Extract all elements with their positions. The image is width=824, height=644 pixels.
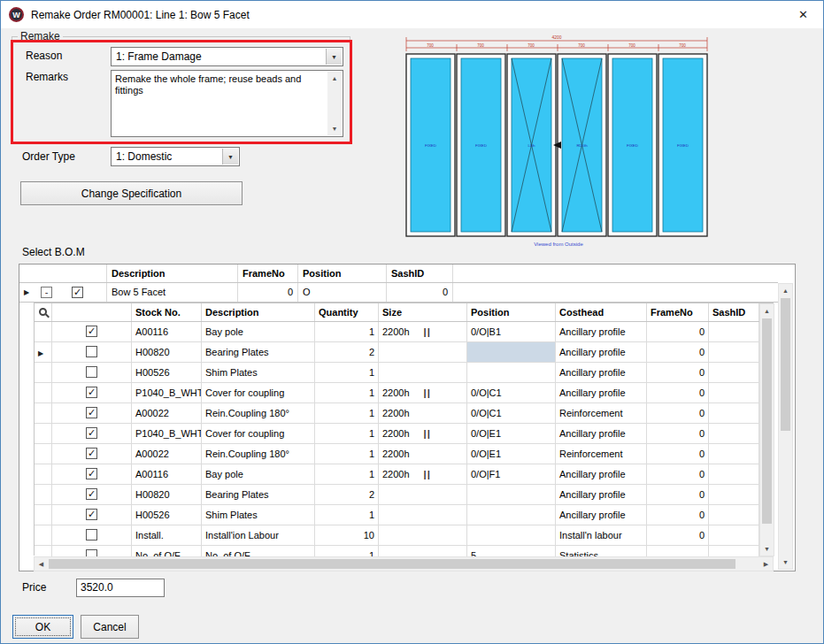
scrollbar-thumb[interactable] [781, 298, 790, 431]
window-panel: FIXED [608, 54, 657, 236]
cell-stock-no: Install. [132, 525, 202, 546]
col-header-frameno[interactable]: FrameNo [238, 264, 298, 282]
scroll-down-icon[interactable]: ▼ [760, 542, 774, 556]
remarks-scrollbar[interactable]: ▲ ▼ [327, 72, 342, 135]
price-input[interactable]: 3520.0 [76, 579, 165, 597]
bom-row[interactable]: Install.Install'ion Labour10Install'n la… [35, 525, 759, 546]
row-checkbox[interactable]: ✓ [86, 427, 97, 439]
cell-description: Shim Plates [202, 363, 315, 383]
scroll-right-icon[interactable]: ▶ [759, 557, 773, 571]
bom-grid: Description FrameNo Position SashID ▶ - … [19, 264, 796, 571]
cell-costhead: Ancillary profile [556, 424, 647, 444]
scroll-up-icon[interactable]: ▲ [327, 72, 342, 85]
master-vertical-scrollbar[interactable]: ▲ ▼ [778, 283, 793, 570]
col-header-size[interactable]: Size [379, 303, 467, 321]
col-header-position[interactable]: Position [467, 303, 556, 321]
cell-size [379, 485, 467, 505]
order-type-dropdown[interactable]: 1: Domestic ▼ [111, 147, 240, 166]
cell-position: 0/O|E1 [467, 444, 556, 464]
bom-row[interactable]: ✓P1040_B_WHTCover for coupling12200h||0/… [35, 383, 759, 403]
row-checkbox[interactable]: ✓ [86, 468, 97, 479]
detail-vertical-scrollbar[interactable]: ▲ ▼ [759, 303, 774, 556]
bom-row[interactable]: ▶H00820Bearing Plates2Ancillary profile0 [35, 342, 759, 363]
scroll-left-icon[interactable]: ◀ [35, 557, 48, 571]
window-panel: FIXED [457, 54, 505, 236]
col-header-sashid[interactable]: SashID [387, 264, 453, 282]
scroll-down-icon[interactable]: ▼ [327, 122, 342, 135]
master-checkbox[interactable]: ✓ [72, 287, 83, 298]
scrollbar-thumb[interactable] [762, 318, 772, 524]
close-icon[interactable]: ✕ [783, 1, 823, 28]
col-header-quantity[interactable]: Quantity [315, 303, 379, 321]
bom-row[interactable]: ✓A00116Bay pole12200h||0/O|B1Ancillary p… [35, 322, 759, 342]
search-icon [39, 308, 47, 316]
scrollbar-thumb[interactable] [49, 559, 735, 569]
cell-frame-no: 0 [647, 444, 709, 464]
filter-button[interactable] [35, 303, 52, 321]
ok-button[interactable]: OK [12, 615, 73, 639]
reason-label: Reason [26, 50, 62, 62]
row-checkbox[interactable] [86, 366, 97, 378]
col-header-costhead[interactable]: Costhead [556, 303, 647, 321]
bom-row[interactable]: ✓P1040_B_WHTCover for coupling12200h||0/… [35, 424, 759, 444]
col-header-stock-no[interactable]: Stock No. [132, 303, 202, 321]
bom-row[interactable]: ✓A00022Rein.Coupling 180°12200h0/O|E1Rei… [35, 444, 759, 464]
cell-size: 2200h [379, 403, 467, 424]
row-checkbox[interactable] [86, 529, 97, 540]
remarks-text: Remake the whole frame; reuse beads and … [112, 71, 343, 99]
col-header-sashid[interactable]: SashID [709, 303, 759, 321]
row-checkbox[interactable] [86, 346, 97, 357]
row-checkbox[interactable]: ✓ [86, 448, 97, 459]
reason-dropdown[interactable]: 1: Frame Damage ▼ [111, 47, 343, 66]
cell-size [379, 525, 467, 546]
cell-quantity: 1 [315, 444, 379, 464]
cell-position [467, 525, 556, 546]
cell-include [52, 342, 132, 363]
collapse-toggle-icon[interactable]: - [41, 287, 52, 298]
row-checkbox[interactable] [86, 549, 97, 556]
cell-frame-no: 0 [647, 525, 709, 546]
change-specification-button[interactable]: Change Specification [20, 181, 243, 205]
cell-description: Rein.Coupling 180° [202, 444, 315, 464]
row-gutter [35, 546, 52, 556]
row-gutter [35, 525, 52, 546]
col-header-description[interactable]: Description [107, 264, 238, 282]
cell-costhead: Reinforcement [556, 444, 647, 464]
row-checkbox[interactable]: ✓ [86, 326, 97, 337]
detail-horizontal-scrollbar[interactable]: ◀ ▶ [34, 556, 774, 571]
cell-quantity: 10 [315, 525, 379, 546]
cancel-button[interactable]: Cancel [81, 615, 139, 639]
cell-stock-no: A00116 [132, 322, 202, 342]
cell-description: Rein.Coupling 180° [202, 403, 315, 424]
order-type-label: Order Type [22, 150, 75, 163]
cell-sash-id [709, 424, 759, 444]
col-header-frameno[interactable]: FrameNo [647, 303, 709, 321]
row-checkbox[interactable]: ✓ [86, 509, 97, 520]
cell-frame-no: 0 [647, 485, 709, 505]
cell-quantity: 2 [315, 342, 379, 363]
bom-row[interactable]: ✓H00820Bearing Plates2Ancillary profile0 [35, 485, 759, 505]
row-checkbox[interactable]: ✓ [86, 407, 97, 418]
bom-row[interactable]: No. of O/FNo. of O/F15Statistics [35, 546, 759, 556]
row-gutter [35, 444, 52, 464]
chevron-down-icon[interactable]: ▼ [222, 149, 238, 165]
cell-quantity: 1 [315, 546, 379, 556]
col-header-description[interactable]: Description [202, 303, 315, 321]
bom-master-row[interactable]: ▶ - ✓ Bow 5 Facet 0 O 0 [19, 283, 778, 303]
row-gutter [35, 322, 52, 342]
bom-row[interactable]: ✓A00022Rein.Coupling 180°12200h0/O|C1Rei… [35, 403, 759, 424]
remarks-textarea[interactable]: Remake the whole frame; reuse beads and … [111, 70, 343, 137]
bom-row[interactable]: ✓H00526Shim Plates1Ancillary profile0 [35, 505, 759, 525]
scroll-up-icon[interactable]: ▲ [760, 304, 774, 318]
row-checkbox[interactable]: ✓ [86, 488, 97, 500]
scroll-up-icon[interactable]: ▲ [779, 284, 792, 297]
bom-row[interactable]: ✓A00116Bay pole12200h||0/O|F1Ancillary p… [35, 464, 759, 485]
cell-size [379, 363, 467, 383]
col-header-position[interactable]: Position [298, 264, 387, 282]
cell-sash-id [709, 464, 759, 485]
chevron-down-icon[interactable]: ▼ [326, 49, 342, 65]
row-checkbox[interactable]: ✓ [86, 387, 97, 398]
order-type-value: 1: Domestic [116, 150, 172, 163]
scroll-down-icon[interactable]: ▼ [779, 556, 792, 569]
bom-row[interactable]: H00526Shim Plates1Ancillary profile0 [35, 363, 759, 383]
